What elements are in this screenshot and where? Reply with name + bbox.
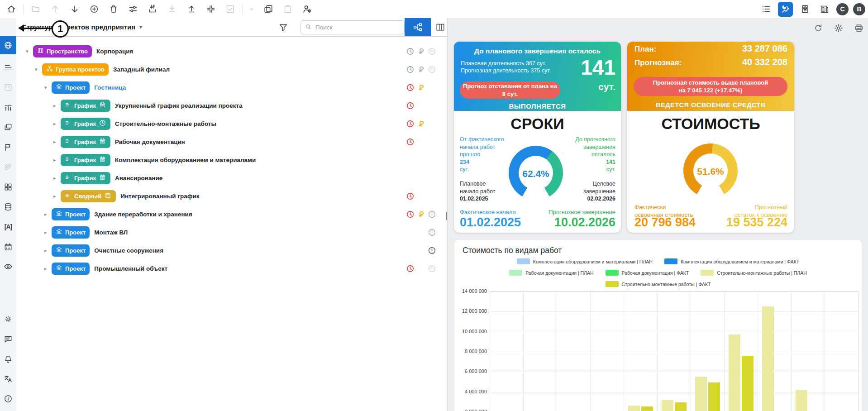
tree-row[interactable]: ▸ГрафикСтроительно-монтажные работы: [53, 115, 216, 133]
avatar-b[interactable]: B: [853, 3, 865, 15]
caret-right-icon[interactable]: ▸: [53, 121, 61, 127]
chevron-down-icon[interactable]: [247, 2, 256, 17]
type-badge[interactable]: Сводный: [61, 190, 116, 202]
caret-right-icon[interactable]: ▸: [53, 103, 61, 109]
copy-icon[interactable]: [261, 2, 276, 17]
type-badge[interactable]: График: [61, 100, 110, 112]
collapse-arrows-icon[interactable]: [203, 2, 218, 17]
splitter-grip[interactable]: [446, 212, 447, 220]
type-badge[interactable]: График: [61, 172, 110, 184]
node-name[interactable]: Промышленный объект: [94, 265, 167, 272]
sidebar-item-grid[interactable]: [0, 179, 16, 195]
sidebar-item-globe[interactable]: [0, 36, 16, 54]
sidebar-item-windows[interactable]: [0, 119, 16, 135]
caret-right-icon[interactable]: ▸: [53, 175, 61, 181]
sidebar-item-info[interactable]: [0, 391, 16, 407]
tree-row[interactable]: ▸ПроектПромышленный объект: [44, 259, 167, 277]
node-name[interactable]: Строительно-монтажные работы: [115, 120, 216, 127]
title-dropdown-caret[interactable]: ▾: [139, 24, 142, 30]
type-badge[interactable]: График: [61, 154, 110, 166]
caret-right-icon[interactable]: ▸: [44, 248, 52, 253]
search-input[interactable]: [315, 24, 393, 31]
tree-row[interactable]: ▾ПроектГостиница: [44, 78, 126, 96]
type-badge[interactable]: График: [61, 118, 110, 130]
sliders-icon[interactable]: [125, 2, 140, 17]
node-name[interactable]: Гостиница: [94, 84, 126, 91]
node-name[interactable]: Рабочая документация: [115, 139, 185, 145]
node-name[interactable]: Монтаж ВЛ: [94, 229, 128, 236]
sidebar-item-flag[interactable]: [0, 139, 16, 155]
tree-row[interactable]: ▾Группа проектовЗападный филиал: [35, 60, 170, 78]
download-line-icon[interactable]: [164, 2, 179, 17]
tree-row[interactable]: ▸ПроектЗдание переработки и хранения: [44, 205, 192, 223]
type-badge[interactable]: Проект: [52, 81, 90, 94]
trash-icon[interactable]: [106, 2, 121, 17]
caret-right-icon[interactable]: ▸: [53, 193, 61, 199]
news-icon[interactable]: [817, 2, 832, 17]
home-icon[interactable]: [4, 2, 19, 17]
box-transfer-icon[interactable]: [145, 2, 160, 17]
caret-right-icon[interactable]: ▸: [44, 229, 52, 235]
sidebar-item-eye[interactable]: [0, 258, 16, 275]
type-badge[interactable]: Проект: [52, 263, 90, 275]
upload-line-icon[interactable]: [184, 2, 199, 17]
sidebar-item-hatch[interactable]: [0, 159, 16, 175]
tree-row[interactable]: ▸ПроектОчистные сооружения: [44, 241, 163, 259]
node-name[interactable]: Укрупненный график реализации проекта: [115, 102, 243, 109]
arrow-down-icon[interactable]: [67, 2, 82, 17]
node-name[interactable]: Комплектация оборудованием и материалами: [115, 157, 256, 163]
tree-row[interactable]: ▸ГрафикУкрупненный график реализации про…: [53, 96, 243, 115]
tree-row[interactable]: ▸ГрафикРабочая документация: [53, 133, 185, 151]
type-badge[interactable]: Проект: [52, 226, 90, 239]
sidebar-item-chat[interactable]: [0, 331, 16, 347]
refresh-icon[interactable]: [812, 22, 825, 34]
sidebar-item-kanban[interactable]: [0, 79, 16, 96]
filter-button[interactable]: [277, 22, 289, 33]
view-hierarchy-button[interactable]: [405, 18, 431, 36]
paste-icon[interactable]: [280, 2, 295, 17]
type-badge[interactable]: Проект: [52, 208, 90, 220]
arrow-up-icon[interactable]: [48, 2, 62, 17]
printer-icon[interactable]: [853, 22, 865, 34]
caret-down-icon[interactable]: ▾: [26, 48, 33, 54]
sidebar-item-wbs-lines[interactable]: [0, 59, 16, 76]
node-name[interactable]: Интегрированный график: [120, 193, 199, 200]
sidebar-item-sun[interactable]: [0, 311, 16, 327]
caret-right-icon[interactable]: ▸: [53, 139, 61, 145]
folder-open-icon[interactable]: [28, 2, 43, 17]
sidebar-item-database[interactable]: [0, 199, 16, 215]
sidebar-item-bracket-a[interactable]: [A]: [0, 219, 16, 235]
node-name[interactable]: Корпорация: [96, 48, 133, 55]
type-badge[interactable]: Пространство: [33, 45, 92, 57]
gear-icon[interactable]: [832, 22, 845, 34]
view-table-button[interactable]: [434, 19, 447, 35]
caret-down-icon[interactable]: ▾: [44, 85, 52, 91]
type-badge[interactable]: Проект: [52, 244, 90, 257]
checkbox-icon[interactable]: [223, 2, 238, 17]
dashboard-chart-icon[interactable]: [778, 2, 793, 17]
caret-right-icon[interactable]: ▸: [44, 211, 52, 217]
caret-right-icon[interactable]: ▸: [53, 157, 61, 163]
node-name[interactable]: Западный филиал: [113, 66, 170, 73]
user-gear-icon[interactable]: [300, 2, 315, 17]
avatar-c[interactable]: C: [836, 3, 849, 15]
caret-down-icon[interactable]: ▾: [35, 67, 42, 72]
type-badge[interactable]: Группа проектов: [42, 63, 109, 76]
sidebar-item-translate[interactable]: [0, 371, 16, 387]
tree-row[interactable]: ▸СводныйИнтегрированный график: [53, 187, 200, 205]
node-name[interactable]: Очистные сооружения: [94, 247, 163, 254]
sidebar-item-histogram[interactable]: [0, 99, 16, 115]
tree-row[interactable]: ▸ГрафикАвансирование: [53, 169, 162, 187]
tree-row[interactable]: ▾ПространствоКорпорация: [26, 42, 133, 60]
node-name[interactable]: Авансирование: [115, 175, 162, 182]
tree-row[interactable]: ▸ПроектМонтаж ВЛ: [44, 223, 128, 241]
type-badge[interactable]: График: [61, 136, 110, 148]
passport-icon[interactable]: [797, 2, 812, 17]
sidebar-item-calendar[interactable]: [0, 239, 16, 255]
caret-right-icon[interactable]: ▸: [44, 266, 52, 272]
tree-row[interactable]: ▸ГрафикКомплектация оборудованием и мате…: [53, 151, 256, 169]
node-name[interactable]: Здание переработки и хранения: [94, 211, 192, 218]
plus-circle-icon[interactable]: [86, 2, 101, 17]
sidebar-item-bell[interactable]: [0, 351, 16, 367]
list-icon[interactable]: [758, 2, 773, 17]
